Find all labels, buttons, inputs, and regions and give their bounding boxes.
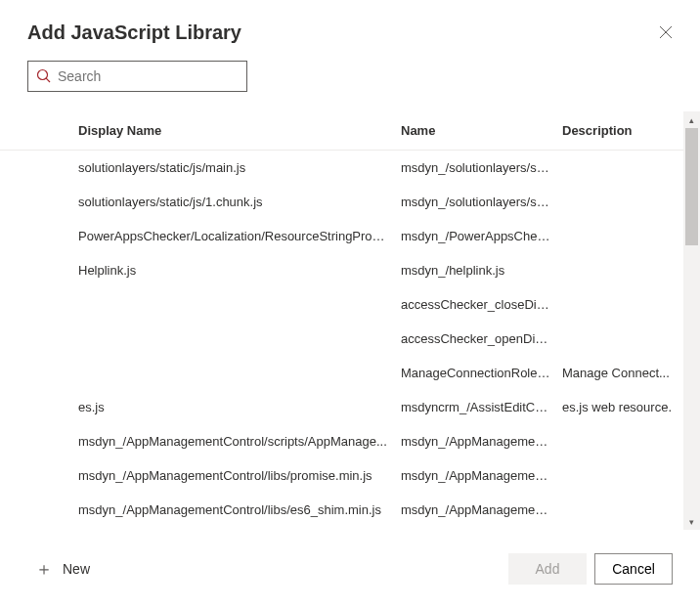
cell-display-name: msdyn_/AppManagementControl/libs/promise… xyxy=(78,468,401,483)
scroll-track[interactable] xyxy=(683,128,700,513)
cell-name: msdyn_/AppManagement... xyxy=(401,468,562,483)
cell-display-name xyxy=(78,331,401,346)
cell-name: msdyn_/AppManagement... xyxy=(401,502,562,517)
svg-line-3 xyxy=(46,78,50,82)
table-row[interactable]: msdyn_/AppManagementControl/scripts/AppM… xyxy=(0,424,683,458)
cell-display-name: PowerAppsChecker/Localization/ResourceSt… xyxy=(78,229,401,243)
footer-actions: Add Cancel xyxy=(508,553,673,585)
cell-name: msdyncrm_/AssistEditCon... xyxy=(401,400,562,414)
cell-name: accessChecker_closeDialo... xyxy=(401,297,562,312)
cell-name: msdyn_/PowerAppsCheck... xyxy=(401,229,562,243)
cell-display-name: Helplink.js xyxy=(78,263,401,278)
table-row[interactable]: msdyn_/AppManagementControl/libs/react_1… xyxy=(0,527,683,530)
scroll-thumb[interactable] xyxy=(685,128,698,245)
cell-name: msdyn_/helplink.js xyxy=(401,263,562,278)
column-header-display-name[interactable]: Display Name xyxy=(78,123,401,138)
table-row[interactable]: msdyn_/AppManagementControl/libs/promise… xyxy=(0,458,683,493)
cell-description xyxy=(562,263,675,278)
table-scroll[interactable]: Display Name Name Description solutionla… xyxy=(0,111,683,530)
column-header-description[interactable]: Description xyxy=(562,123,675,138)
cell-display-name: solutionlayers/static/js/1.chunk.js xyxy=(78,195,401,209)
new-button-label: New xyxy=(63,561,90,577)
vertical-scrollbar[interactable]: ▴ ▾ xyxy=(683,111,700,530)
cell-name: accessChecker_openDialo... xyxy=(401,331,562,346)
dialog-header: Add JavaScript Library xyxy=(0,0,700,61)
close-icon xyxy=(659,25,673,39)
cell-description xyxy=(562,229,675,243)
cell-name: msdyn_/solutionlayers/sta... xyxy=(401,160,562,175)
table-row[interactable]: accessChecker_closeDialo... xyxy=(0,287,683,322)
cell-name: msdyn_/AppManagement... xyxy=(401,434,562,449)
search-region xyxy=(0,61,700,111)
search-icon xyxy=(36,68,52,84)
cell-display-name xyxy=(78,366,401,380)
cell-description xyxy=(562,468,675,483)
cell-description xyxy=(562,502,675,517)
cell-display-name: msdyn_/AppManagementControl/scripts/AppM… xyxy=(78,434,401,449)
cell-description xyxy=(562,434,675,449)
cell-display-name: solutionlayers/static/js/main.js xyxy=(78,160,401,175)
table-row[interactable]: msdyn_/AppManagementControl/libs/es6_shi… xyxy=(0,493,683,527)
table-row[interactable]: solutionlayers/static/js/main.jsmsdyn_/s… xyxy=(0,151,683,185)
table-row[interactable]: es.jsmsdyncrm_/AssistEditCon...es.js web… xyxy=(0,390,683,424)
table-row[interactable]: ManageConnectionRoles...Manage Connect..… xyxy=(0,356,683,390)
add-button[interactable]: Add xyxy=(508,553,587,585)
svg-point-2 xyxy=(38,70,48,80)
cell-display-name: msdyn_/AppManagementControl/libs/es6_shi… xyxy=(78,502,401,517)
scroll-up-arrow[interactable]: ▴ xyxy=(683,111,700,128)
close-button[interactable] xyxy=(655,22,677,45)
search-box[interactable] xyxy=(27,61,247,92)
table-row[interactable]: accessChecker_openDialo... xyxy=(0,322,683,356)
cell-description xyxy=(562,297,675,312)
table-row[interactable]: PowerAppsChecker/Localization/ResourceSt… xyxy=(0,219,683,253)
table-row[interactable]: solutionlayers/static/js/1.chunk.jsmsdyn… xyxy=(0,185,683,219)
dialog-title: Add JavaScript Library xyxy=(27,22,241,44)
cell-display-name: es.js xyxy=(78,400,401,414)
search-input[interactable] xyxy=(58,68,239,84)
cell-name: ManageConnectionRoles... xyxy=(401,366,562,380)
column-header-name[interactable]: Name xyxy=(401,123,562,138)
cell-description xyxy=(562,195,675,209)
cell-description: es.js web resource. xyxy=(562,400,675,414)
cell-description xyxy=(562,160,675,175)
dialog-footer: ＋ New Add Cancel xyxy=(0,530,700,608)
cell-description xyxy=(562,331,675,346)
library-table: Display Name Name Description solutionla… xyxy=(0,111,700,530)
table-row[interactable]: Helplink.jsmsdyn_/helplink.js xyxy=(0,253,683,287)
plus-icon: ＋ xyxy=(35,557,53,581)
cell-name: msdyn_/solutionlayers/sta... xyxy=(401,195,562,209)
add-js-library-dialog: Add JavaScript Library Display Name Name… xyxy=(0,0,700,608)
scroll-down-arrow[interactable]: ▾ xyxy=(683,513,700,530)
cell-description: Manage Connect... xyxy=(562,366,675,380)
new-button[interactable]: ＋ New xyxy=(35,557,90,581)
cell-display-name xyxy=(78,297,401,312)
table-header-row: Display Name Name Description xyxy=(0,111,683,151)
cancel-button[interactable]: Cancel xyxy=(594,553,673,585)
